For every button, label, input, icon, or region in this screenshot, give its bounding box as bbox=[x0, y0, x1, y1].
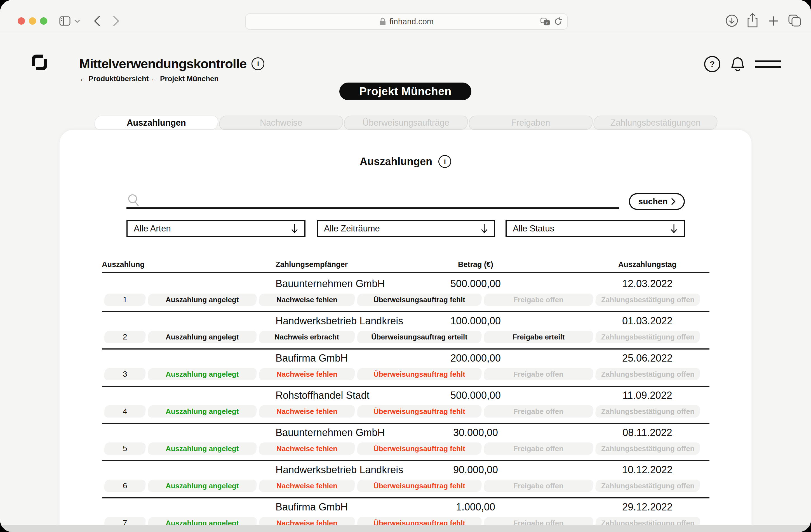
status-badge-zahlungsbestaetigung[interactable]: Zahlungsbestätigung offen bbox=[595, 368, 701, 380]
row-empfaenger: Handwerksbetrieb Landkreis bbox=[276, 464, 403, 476]
table-row[interactable]: Rohstoffhandel Stadt 500.000,00 11.09.20… bbox=[102, 387, 709, 424]
arrow-down-icon bbox=[480, 224, 488, 233]
help-icon[interactable]: ? bbox=[704, 56, 720, 72]
column-betrag: Betrag (€) bbox=[434, 260, 518, 269]
bell-icon[interactable] bbox=[731, 56, 745, 72]
row-number-badge[interactable]: 3 bbox=[104, 368, 146, 380]
row-betrag: 500.000,00 bbox=[434, 390, 518, 401]
status-badge-auszahlung[interactable]: Auszahlung angelegt bbox=[148, 480, 257, 492]
column-auszahlungstag: Auszahlungstag bbox=[600, 260, 695, 269]
status-badge-ueberweisung[interactable]: Überweisungsauftrag erteilt bbox=[357, 331, 482, 343]
status-badge-nachweis[interactable]: Nachweis erbracht bbox=[259, 331, 355, 343]
status-badge-auszahlung[interactable]: Auszahlung angelegt bbox=[148, 442, 257, 455]
minimize-window-button[interactable] bbox=[29, 17, 36, 25]
status-badge-nachweis[interactable]: Nachweise fehlen bbox=[259, 368, 355, 380]
table-row[interactable]: Handwerksbetrieb Landkreis 100.000,00 01… bbox=[102, 312, 709, 350]
row-auszahlungstag: 29.12.2022 bbox=[600, 501, 695, 513]
address-bar[interactable]: finhand.com x bbox=[245, 13, 568, 30]
status-badge-freigabe[interactable]: Freigabe erteilt bbox=[484, 331, 594, 343]
new-tab-icon[interactable] bbox=[768, 16, 779, 26]
tab-freigaben[interactable]: Freigaben bbox=[468, 116, 593, 130]
title-info-icon[interactable]: i bbox=[251, 57, 264, 70]
status-badge-nachweis[interactable]: Nachweise fehlen bbox=[259, 442, 355, 455]
table-row[interactable]: Handwerksbetrieb Landkreis 90.000,00 10.… bbox=[102, 461, 709, 498]
status-badge-zahlungsbestaetigung[interactable]: Zahlungsbestätigung offen bbox=[595, 480, 701, 492]
row-number-badge[interactable]: 2 bbox=[104, 331, 146, 343]
finhand-logo[interactable] bbox=[32, 54, 47, 71]
row-number-badge[interactable]: 5 bbox=[104, 442, 146, 455]
search-input[interactable] bbox=[126, 193, 619, 209]
project-badge[interactable]: Projekt München bbox=[339, 82, 471, 100]
sidebar-icon[interactable] bbox=[59, 16, 71, 26]
share-icon[interactable] bbox=[746, 13, 759, 28]
row-number-badge[interactable]: 4 bbox=[104, 405, 146, 417]
menu-icon[interactable] bbox=[755, 60, 781, 68]
row-empfaenger: Handwerksbetrieb Landkreis bbox=[276, 315, 403, 327]
chevron-down-icon[interactable] bbox=[74, 19, 80, 23]
status-badge-ueberweisung[interactable]: Überweisungsauftrag fehlt bbox=[357, 480, 482, 492]
row-auszahlungstag: 11.09.2022 bbox=[600, 390, 695, 401]
status-badge-ueberweisung[interactable]: Überweisungsauftrag fehlt bbox=[357, 442, 482, 455]
row-status-badges: 1 Auszahlung angelegt Nachweise fehlen Ü… bbox=[104, 293, 700, 306]
tab-ueberweisungsauftraege[interactable]: Überweisungsaufträge bbox=[343, 116, 468, 130]
status-badge-auszahlung[interactable]: Auszahlung angelegt bbox=[148, 405, 257, 417]
status-badge-zahlungsbestaetigung[interactable]: Zahlungsbestätigung offen bbox=[595, 405, 701, 417]
table-row[interactable]: Baufirma GmbH 200.000,00 25.06.2022 3 Au… bbox=[102, 350, 709, 387]
status-badge-auszahlung[interactable]: Auszahlung angelegt bbox=[148, 368, 257, 380]
downloads-icon[interactable] bbox=[725, 14, 738, 27]
row-auszahlungstag: 08.11.2022 bbox=[600, 427, 695, 439]
column-auszahlung: Auszahlung bbox=[102, 260, 144, 269]
row-status-badges: 6 Auszahlung angelegt Nachweise fehlen Ü… bbox=[104, 480, 700, 492]
arrow-down-icon bbox=[670, 224, 677, 233]
filter-status-select[interactable]: Alle Status bbox=[505, 220, 685, 237]
row-betrag: 30.000,00 bbox=[434, 427, 518, 439]
tab-auszahlungen[interactable]: Auszahlungen bbox=[94, 116, 219, 130]
status-badge-freigabe[interactable]: Freigabe offen bbox=[484, 442, 594, 455]
status-badge-freigabe[interactable]: Freigabe offen bbox=[484, 405, 594, 417]
section-title: Auszahlungen bbox=[360, 156, 432, 168]
status-badge-ueberweisung[interactable]: Überweisungsauftrag fehlt bbox=[357, 368, 482, 380]
table-row[interactable]: Bauunternehmen GmbH 30.000,00 08.11.2022… bbox=[102, 424, 709, 461]
row-empfaenger: Baufirma GmbH bbox=[276, 501, 348, 513]
status-badge-auszahlung[interactable]: Auszahlung angelegt bbox=[148, 293, 257, 306]
status-badge-auszahlung[interactable]: Auszahlung angelegt bbox=[148, 331, 257, 343]
status-badge-nachweis[interactable]: Nachweise fehlen bbox=[259, 405, 355, 417]
translate-icon[interactable]: x bbox=[540, 18, 550, 26]
table-row[interactable]: Bauunternehmen GmbH 500.000,00 12.03.202… bbox=[102, 275, 709, 312]
tab-zahlungsbestaetigungen[interactable]: Zahlungsbestätigungen bbox=[593, 116, 718, 130]
status-badge-nachweis[interactable]: Nachweise fehlen bbox=[259, 480, 355, 492]
row-number-badge[interactable]: 6 bbox=[104, 480, 146, 492]
zoom-window-button[interactable] bbox=[40, 17, 47, 25]
breadcrumb[interactable]: ← Produktübersicht ← Projekt München bbox=[79, 74, 218, 83]
status-badge-freigabe[interactable]: Freigabe offen bbox=[484, 293, 594, 306]
forward-button[interactable] bbox=[113, 15, 120, 27]
table-header: Auszahlung Zahlungsempfänger Betrag (€) … bbox=[102, 260, 709, 273]
screenshot-root: finhand.com x bbox=[0, 0, 811, 532]
status-badge-zahlungsbestaetigung[interactable]: Zahlungsbestätigung offen bbox=[595, 442, 701, 455]
arrow-down-icon bbox=[291, 224, 298, 233]
filter-arten-select[interactable]: Alle Arten bbox=[126, 220, 306, 237]
section-info-icon[interactable]: i bbox=[438, 155, 451, 168]
status-badge-zahlungsbestaetigung[interactable]: Zahlungsbestätigung offen bbox=[595, 293, 701, 306]
row-betrag: 100.000,00 bbox=[434, 315, 518, 327]
search-button[interactable]: suchen bbox=[629, 193, 685, 210]
status-badge-ueberweisung[interactable]: Überweisungsauftrag fehlt bbox=[357, 405, 482, 417]
status-badge-ueberweisung[interactable]: Überweisungsauftrag fehlt bbox=[357, 293, 482, 306]
url-text: finhand.com bbox=[389, 17, 434, 26]
close-window-button[interactable] bbox=[18, 17, 25, 25]
row-status-badges: 2 Auszahlung angelegt Nachweis erbracht … bbox=[104, 331, 700, 343]
back-button[interactable] bbox=[94, 15, 101, 27]
status-badge-freigabe[interactable]: Freigabe offen bbox=[484, 368, 594, 380]
table-body: Bauunternehmen GmbH 500.000,00 12.03.202… bbox=[102, 275, 709, 532]
row-empfaenger: Bauunternehmen GmbH bbox=[276, 427, 385, 439]
browser-toolbar: finhand.com x bbox=[0, 0, 811, 33]
filter-zeitraeume-select[interactable]: Alle Zeiträume bbox=[317, 220, 495, 237]
reload-icon[interactable] bbox=[554, 17, 562, 26]
tab-nachweise[interactable]: Nachweise bbox=[218, 116, 343, 130]
status-badge-nachweis[interactable]: Nachweise fehlen bbox=[259, 293, 355, 306]
row-number-badge[interactable]: 1 bbox=[104, 293, 146, 306]
status-badge-freigabe[interactable]: Freigabe offen bbox=[484, 480, 594, 492]
status-badge-zahlungsbestaetigung[interactable]: Zahlungsbestätigung offen bbox=[595, 331, 701, 343]
row-auszahlungstag: 01.03.2022 bbox=[600, 315, 695, 327]
tab-overview-icon[interactable] bbox=[788, 14, 802, 27]
